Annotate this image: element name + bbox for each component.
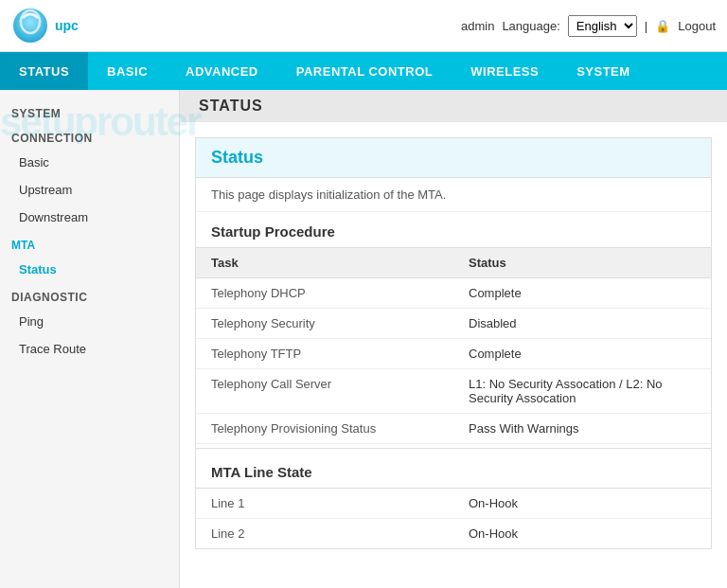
admin-label: admin: [461, 19, 494, 33]
col-task: Task: [196, 248, 453, 277]
task-cell: Line 1: [196, 489, 453, 518]
task-cell: Telephony Call Server: [196, 369, 453, 413]
logout-button[interactable]: Logout: [678, 19, 716, 33]
task-cell: Line 2: [196, 519, 453, 548]
nav-wireless[interactable]: WIRELESS: [452, 52, 558, 90]
sidebar-section-connection: CONNECTION: [0, 124, 179, 149]
task-cell: Telephony Provisioning Status: [196, 414, 453, 443]
sidebar-item-ping[interactable]: Ping: [0, 308, 179, 335]
status-cell: L1: No Security Assocation / L2: No Secu…: [453, 369, 711, 413]
status-cell: Disabled: [453, 309, 711, 338]
table-row: Telephony Provisioning Status Pass With …: [196, 414, 711, 444]
status-cell: On-Hook: [453, 519, 711, 548]
mta-section-title: MTA Line State: [196, 453, 711, 489]
task-cell: Telephony Security: [196, 309, 453, 338]
status-cell: On-Hook: [453, 489, 711, 518]
table-row: Telephony DHCP Complete: [196, 278, 711, 309]
sidebar-section-diagnostic: DIAGNOSTIC: [0, 283, 179, 308]
nav-parental-control[interactable]: PARENTAL CONTROL: [277, 52, 452, 90]
navbar: STATUS BASIC ADVANCED PARENTAL CONTROL W…: [0, 52, 727, 90]
main-content: STATUS Status This page displays initial…: [180, 90, 727, 588]
sidebar-item-upstream[interactable]: Upstream: [0, 176, 179, 204]
sidebar-item-downstream[interactable]: Downstream: [0, 204, 179, 231]
logo-area: upc: [11, 7, 79, 45]
header: upc admin Language: English | 🔒 Logout: [0, 0, 727, 52]
nav-system[interactable]: SYSTEM: [558, 52, 648, 90]
col-status: Status: [453, 248, 711, 277]
task-cell: Telephony DHCP: [196, 278, 453, 308]
table-row: Line 2 On-Hook: [196, 519, 711, 548]
status-box: Status This page displays initialization…: [195, 137, 712, 549]
table-row: Line 1 On-Hook: [196, 489, 711, 519]
sidebar-section-system: SYSTEM: [0, 99, 179, 124]
status-cell: Complete: [453, 278, 711, 308]
table-row: Telephony TFTP Complete: [196, 339, 711, 369]
task-cell: Telephony TFTP: [196, 339, 453, 368]
startup-table-header: Task Status: [196, 248, 711, 278]
nav-advanced[interactable]: ADVANCED: [167, 52, 277, 90]
table-row: Telephony Security Disabled: [196, 309, 711, 339]
page-title: STATUS: [180, 90, 727, 122]
lock-icon: 🔒: [655, 19, 670, 33]
sidebar-item-traceroute[interactable]: Trace Route: [0, 335, 179, 363]
logo-text: upc: [55, 18, 79, 33]
startup-section-title: Startup Procedure: [196, 212, 711, 248]
status-cell: Pass With Warnings: [453, 414, 711, 443]
status-description: This page displays initialization of the…: [196, 178, 711, 212]
status-box-header: Status: [196, 138, 711, 178]
content-wrapper: setuprouter SYSTEM CONNECTION Basic Upst…: [0, 90, 727, 588]
table-row: Telephony Call Server L1: No Security As…: [196, 369, 711, 414]
language-select[interactable]: English: [568, 15, 637, 37]
sidebar-item-status[interactable]: Status: [0, 256, 179, 283]
pipe-separator: |: [645, 19, 647, 33]
header-right: admin Language: English | 🔒 Logout: [461, 15, 716, 37]
nav-status[interactable]: STATUS: [0, 52, 88, 90]
upc-logo-icon: [11, 7, 49, 45]
language-label: Language:: [502, 19, 559, 33]
nav-basic[interactable]: BASIC: [88, 52, 167, 90]
section-divider: [196, 448, 711, 449]
sidebar-section-mta: MTA: [0, 231, 179, 256]
status-cell: Complete: [453, 339, 711, 368]
sidebar: setuprouter SYSTEM CONNECTION Basic Upst…: [0, 90, 180, 588]
sidebar-item-basic[interactable]: Basic: [0, 149, 179, 176]
